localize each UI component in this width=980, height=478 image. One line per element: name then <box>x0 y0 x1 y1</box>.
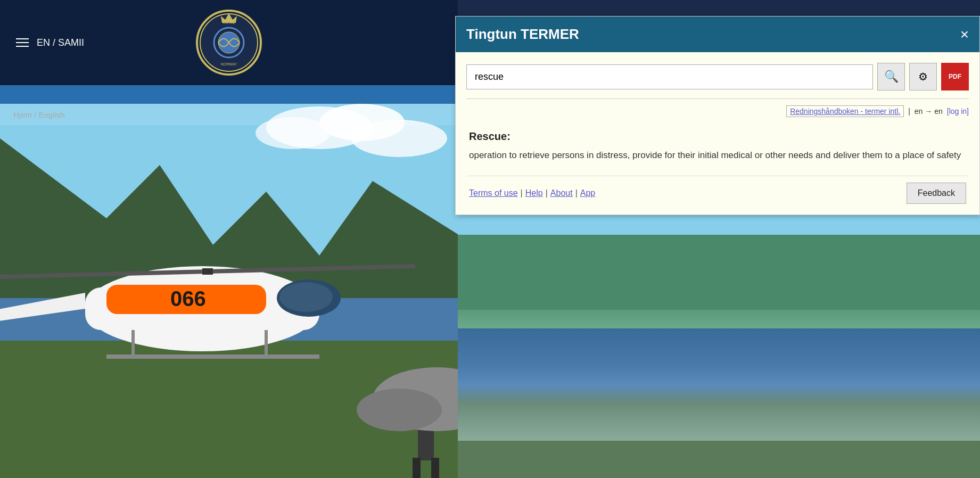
result-area: Rescue: operation to retrieve persons in… <box>466 125 969 170</box>
pdf-button[interactable]: PDF <box>941 63 969 90</box>
footer-row: Terms of use | Help | About | App Feedba… <box>466 176 969 207</box>
result-definition: operation to retrieve persons in distres… <box>469 148 966 162</box>
search-icon: 🔍 <box>884 70 899 84</box>
svg-point-27 <box>357 389 442 431</box>
tingtun-header: Tingtun TERMER × <box>456 17 979 52</box>
svg-text:ROYAL: ROYAL <box>223 21 235 24</box>
lang-info: | <box>908 107 910 116</box>
svg-rect-24 <box>413 458 421 478</box>
scene-svg: 066 <box>0 85 458 478</box>
terms-link[interactable]: Terms of use <box>469 188 518 198</box>
source-link[interactable]: Redningshåndboken - termer intl. <box>786 105 904 117</box>
search-input[interactable] <box>466 64 873 89</box>
search-row: 🔍 ⚙ PDF <box>466 63 969 90</box>
lang-direction: en → en <box>915 107 943 116</box>
sep2: | <box>546 188 548 198</box>
svg-point-4 <box>351 120 447 157</box>
close-button[interactable]: × <box>960 27 969 42</box>
svg-point-12 <box>279 282 333 312</box>
svg-rect-25 <box>431 458 439 478</box>
scene-container: 066 <box>0 85 458 478</box>
menu-icon[interactable] <box>16 38 29 47</box>
settings-button[interactable]: ⚙ <box>909 63 937 90</box>
pdf-label: PDF <box>949 73 961 80</box>
about-link[interactable]: About <box>550 188 573 198</box>
tingtun-title: Tingtun TERMER <box>466 26 579 43</box>
feedback-button[interactable]: Feedback <box>907 183 966 204</box>
tingtun-body: 🔍 ⚙ PDF Redningshåndboken - termer intl.… <box>456 52 979 215</box>
svg-text:NORWAY: NORWAY <box>221 62 237 66</box>
login-link[interactable]: [log in] <box>947 107 969 116</box>
svg-text:066: 066 <box>170 287 206 310</box>
app-link[interactable]: App <box>580 188 595 198</box>
search-button[interactable]: 🔍 <box>877 63 905 90</box>
result-term: Rescue: <box>469 130 966 143</box>
tingtun-panel: Tingtun TERMER × 🔍 ⚙ PDF Redningshåndbok… <box>455 16 980 215</box>
footer-links: Terms of use | Help | About | App <box>469 188 595 198</box>
blue-stripe <box>0 85 458 104</box>
svg-rect-23 <box>418 428 434 460</box>
sep3: | <box>575 188 578 198</box>
nav-lang-label: EN / SAMII <box>37 37 84 48</box>
help-link[interactable]: Help <box>525 188 543 198</box>
sep1: | <box>521 188 523 198</box>
breadcrumb: Hjem / English <box>13 110 65 119</box>
breadcrumb-bar: Hjem / English <box>0 104 458 125</box>
nav-logo: NORWAY ROYAL <box>194 8 263 79</box>
gear-icon: ⚙ <box>918 70 928 83</box>
source-row: Redningshåndboken - termer intl. | en → … <box>466 98 969 117</box>
nav-header: EN / SAMII NORWAY ROYAL <box>0 0 458 85</box>
